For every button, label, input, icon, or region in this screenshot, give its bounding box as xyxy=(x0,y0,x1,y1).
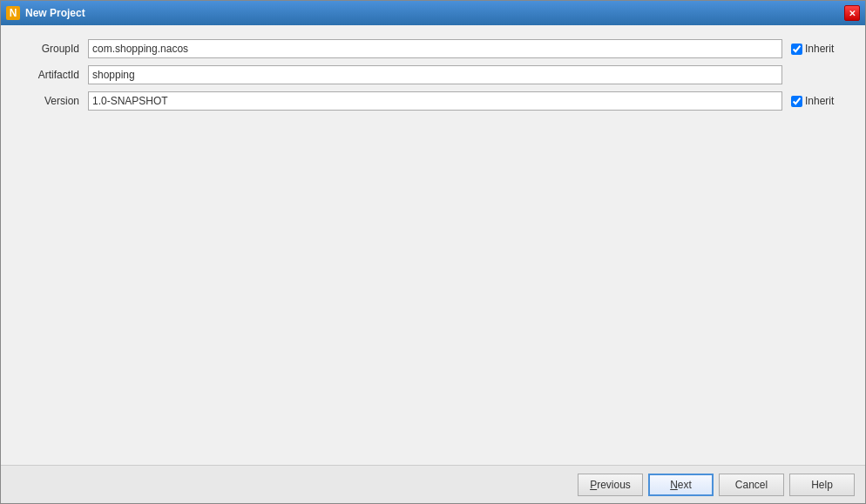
help-label: Help xyxy=(811,479,833,491)
title-bar: N New Project ✕ xyxy=(1,1,865,25)
previous-button[interactable]: Previous xyxy=(578,474,643,496)
help-button[interactable]: Help xyxy=(789,474,855,496)
group-id-row: GroupId Inherit xyxy=(18,39,848,58)
version-row: Version Inherit xyxy=(18,91,848,111)
group-id-inherit-label: Inherit xyxy=(805,43,834,55)
group-id-inherit-container: Inherit xyxy=(791,43,848,55)
version-inherit-label: Inherit xyxy=(805,95,834,107)
new-project-window: N New Project ✕ GroupId Inherit Artifact… xyxy=(0,0,866,504)
window-title: New Project xyxy=(25,7,85,19)
cancel-label: Cancel xyxy=(735,479,768,491)
version-label: Version xyxy=(18,95,79,107)
group-id-input[interactable] xyxy=(88,39,782,58)
title-bar-left: N New Project xyxy=(6,6,85,20)
artifact-id-label: ArtifactId xyxy=(18,69,79,81)
group-id-label: GroupId xyxy=(18,43,79,55)
button-bar: Previous Next Cancel Help xyxy=(1,465,865,503)
version-inherit-container: Inherit xyxy=(791,95,848,107)
title-bar-buttons: ✕ xyxy=(844,5,860,21)
next-button[interactable]: Next xyxy=(648,474,714,496)
content-area: GroupId Inherit ArtifactId Version xyxy=(1,25,865,465)
close-button[interactable]: ✕ xyxy=(844,5,860,21)
version-input[interactable] xyxy=(88,91,782,111)
artifact-id-row: ArtifactId xyxy=(18,65,848,84)
version-inherit-checkbox[interactable] xyxy=(791,96,802,107)
app-icon: N xyxy=(6,6,20,20)
cancel-button[interactable]: Cancel xyxy=(719,474,784,496)
artifact-id-input[interactable] xyxy=(88,65,782,84)
group-id-inherit-checkbox[interactable] xyxy=(791,44,802,55)
form-area: GroupId Inherit ArtifactId Version xyxy=(18,39,848,111)
